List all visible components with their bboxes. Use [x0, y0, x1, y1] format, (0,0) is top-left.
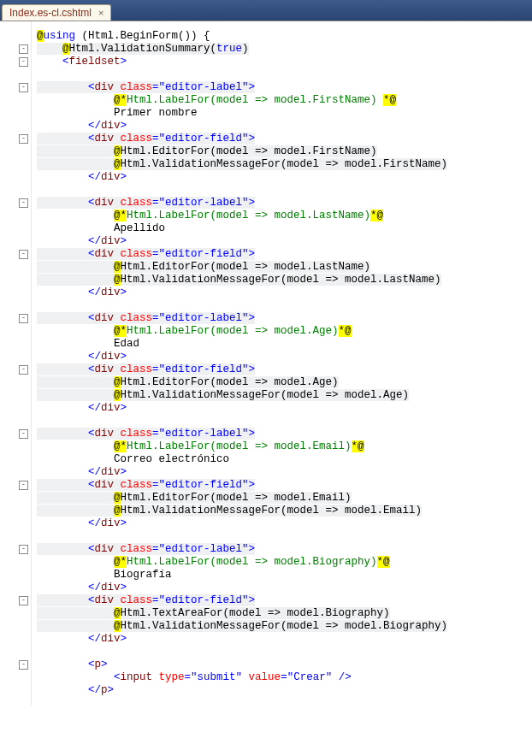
code-line: Edad — [37, 338, 139, 350]
code-line: @Html.TextAreaFor(model => model.Biograp… — [37, 607, 390, 619]
code-line: </div> — [37, 466, 127, 478]
code-line: </div> — [37, 120, 127, 132]
code-line: </div> — [37, 633, 127, 645]
code-line: @Html.EditorFor(model => model.Age) — [37, 376, 339, 388]
code-line: </div> — [37, 402, 127, 414]
code-line: @*Html.LabelFor(model => model.Age)*@ — [37, 325, 352, 337]
code-line: @Html.ValidationMessageFor(model => mode… — [37, 158, 447, 170]
fold-icon[interactable]: - — [19, 429, 28, 439]
code-line: @Html.ValidationMessageFor(model => mode… — [37, 274, 441, 286]
fold-icon[interactable]: - — [19, 44, 28, 54]
code-line: </div> — [37, 235, 127, 247]
code-line: @*Html.LabelFor(model => model.FirstName… — [37, 94, 396, 106]
code-line: <div class="editor-field"> — [37, 594, 255, 606]
code-line: <div class="editor-label"> — [37, 81, 255, 93]
fold-icon[interactable]: - — [19, 134, 28, 144]
code-area[interactable]: @using (Html.BeginForm()) { @Html.Valida… — [32, 21, 447, 706]
fold-icon[interactable]: - — [19, 57, 28, 67]
code-line: @*Html.LabelFor(model => model.Biography… — [37, 556, 390, 568]
code-line: @using (Html.BeginForm()) { — [37, 30, 210, 42]
code-line: <fieldset> — [37, 56, 127, 68]
fold-icon[interactable]: - — [19, 314, 28, 323]
tab-filename: Index.es-cl.cshtml — [9, 7, 92, 19]
fold-icon[interactable]: - — [19, 198, 28, 208]
code-line: <div class="editor-label"> — [37, 428, 255, 440]
tab-bar: Index.es-cl.cshtml × — [0, 0, 532, 21]
fold-icon[interactable]: - — [19, 83, 28, 92]
code-line: @Html.ValidationMessageFor(model => mode… — [37, 389, 409, 401]
code-editor[interactable]: - - - - - - - - - - — [0, 21, 532, 706]
code-line: @*Html.LabelFor(model => model.Email)*@ — [37, 440, 364, 452]
code-line: Apellido — [37, 222, 165, 234]
fold-icon[interactable]: - — [19, 481, 28, 490]
code-line: @Html.ValidationSummary(true) — [37, 43, 249, 55]
fold-icon[interactable]: - — [19, 250, 28, 259]
code-line: <div class="editor-field"> — [37, 363, 255, 375]
code-line: Biografía — [37, 569, 172, 581]
fold-icon[interactable]: - — [19, 596, 28, 605]
code-line: @Html.EditorFor(model => model.LastName) — [37, 261, 370, 273]
code-line: @Html.ValidationMessageFor(model => mode… — [37, 620, 447, 632]
code-line: <div class="editor-field"> — [37, 133, 255, 145]
code-line: Correo electrónico — [37, 453, 229, 465]
code-line: </p> — [37, 684, 114, 696]
gutter: - - - - - - - - - - — [0, 21, 32, 706]
code-line: <div class="editor-field"> — [37, 479, 255, 491]
code-line: @Html.EditorFor(model => model.Email) — [37, 492, 352, 504]
code-line: @*Html.LabelFor(model => model.LastName)… — [37, 210, 383, 221]
code-line: <p> — [37, 659, 108, 670]
file-tab[interactable]: Index.es-cl.cshtml × — [2, 4, 111, 21]
code-line: <div class="editor-label"> — [37, 197, 255, 209]
code-line: </div> — [37, 171, 127, 183]
code-line: </div> — [37, 582, 127, 594]
fold-icon[interactable]: - — [19, 660, 28, 670]
code-line: <div class="editor-field"> — [37, 248, 255, 260]
code-line: <div class="editor-label"> — [37, 312, 255, 324]
code-line: <div class="editor-label"> — [37, 543, 255, 555]
code-line: @Html.EditorFor(model => model.FirstName… — [37, 145, 377, 157]
fold-icon[interactable]: - — [19, 365, 28, 375]
code-line: </div> — [37, 286, 127, 298]
code-line: <input type="submit" value="Crear" /> — [37, 671, 352, 683]
close-icon[interactable]: × — [97, 8, 105, 18]
code-line: </div> — [37, 517, 127, 529]
fold-icon[interactable]: - — [19, 545, 28, 554]
code-line: @Html.ValidationMessageFor(model => mode… — [37, 505, 422, 517]
code-line: </div> — [37, 351, 127, 363]
code-line: Primer nombre — [37, 107, 198, 119]
